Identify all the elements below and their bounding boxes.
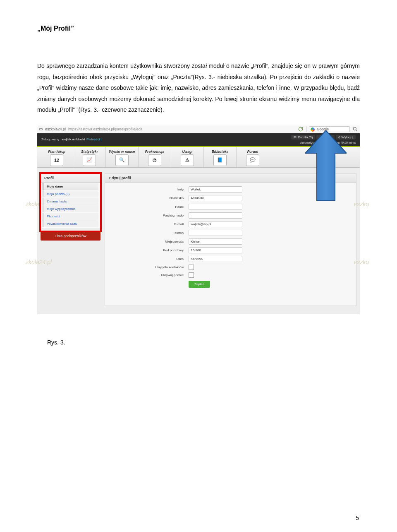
- nav-item[interactable]: Wyniki w nauce🔍: [106, 147, 139, 167]
- text-input[interactable]: Kielce: [189, 238, 242, 245]
- logout-icon: ⎋: [338, 135, 340, 139]
- field-label: Imię: [109, 188, 189, 191]
- tab-icon: ▭: [39, 127, 43, 131]
- profile-button[interactable]: 👤Profil: [316, 135, 334, 140]
- nav-strip: Plan lekcji12Statystyki📈Wyniki w nauce🔍F…: [37, 147, 360, 168]
- figure-caption: Rys. 3.: [47, 339, 360, 346]
- svg-line-1: [356, 130, 357, 131]
- field-label: Ukrywaj pomoc: [109, 273, 189, 277]
- sidebar-head: Profil: [41, 173, 100, 183]
- main-panel: Edytuj profil ImięWojtekNazwiskoAćibińsk…: [105, 173, 356, 306]
- text-input[interactable]: wojtek@wp.pl: [189, 221, 242, 227]
- form-row: Ukrywaj pomoc: [109, 271, 352, 279]
- form-row: ImięWojtek: [109, 185, 352, 194]
- logged-label: Zalogowany:: [41, 137, 60, 141]
- mail-button[interactable]: ✉Poczta (3): [291, 135, 315, 140]
- field-label: Nazwisko: [109, 196, 189, 200]
- field-label: E-mail: [109, 222, 189, 226]
- text-input[interactable]: Karłowa: [189, 256, 242, 262]
- nav-icon: 🔍: [115, 154, 129, 166]
- sidebar-list: Moje daneMoja poczta (3)Zmiana hasłaMoje…: [41, 183, 100, 228]
- reload-icon[interactable]: [298, 126, 304, 132]
- body-paragraph: Do sprawnego zarządzania kontem użytkown…: [37, 60, 360, 116]
- text-input[interactable]: [189, 204, 242, 210]
- page-number: 5: [356, 515, 359, 521]
- main-head: Edytuj profil: [105, 174, 356, 183]
- text-input[interactable]: Aćibiński: [189, 195, 242, 201]
- search-box[interactable]: Google: [309, 126, 350, 132]
- checkbox[interactable]: [189, 265, 194, 270]
- checkbox[interactable]: [189, 272, 194, 278]
- field-label: Kod pocztowy: [109, 248, 189, 252]
- form-row: MiejscowośćKielce: [109, 237, 352, 246]
- browser-url-bar: ▭ eszkola24.pl https://testowa.eszkola24…: [37, 125, 360, 133]
- logged-role[interactable]: Płatności |: [86, 137, 102, 141]
- sidebar-item[interactable]: Powiadomienia SMS: [43, 220, 98, 227]
- logout-button[interactable]: ⎋Wyloguj: [336, 135, 356, 140]
- text-input[interactable]: Wojtek: [189, 186, 242, 193]
- sidebar-item[interactable]: Moja poczta (3): [43, 190, 98, 197]
- form-row: Ukryj dla kontaktów: [109, 263, 352, 271]
- form-row: NazwiskoAćibiński: [109, 194, 352, 202]
- sidebar-item[interactable]: Płatności: [43, 213, 98, 220]
- nav-icon: ◔: [148, 154, 161, 166]
- text-input[interactable]: [189, 212, 242, 219]
- sidebar: Profil Moje daneMoja poczta (3)Zmiana ha…: [41, 173, 100, 306]
- sidebar-item[interactable]: Moje dane: [43, 183, 98, 190]
- form-row: E-mailwojtek@wp.pl: [109, 220, 352, 229]
- field-label: Ukryj dla kontaktów: [109, 265, 189, 269]
- nav-item[interactable]: Biblioteka📘: [204, 147, 237, 167]
- nav-item[interactable]: Plan lekcji12: [41, 147, 73, 167]
- form-row: Kod pocztowy25-900: [109, 246, 352, 255]
- svg-point-0: [353, 127, 356, 130]
- content-area: zkola24.pl zkola24.pl eszko eszko Profil…: [37, 168, 360, 314]
- field-label: Telefon: [109, 231, 189, 235]
- nav-item[interactable]: Forum💬: [237, 147, 269, 167]
- form-row: UlicaKarłowa: [109, 255, 352, 263]
- nav-item[interactable]: Uwagi⚠: [171, 147, 204, 167]
- envelope-icon: ✉: [294, 135, 297, 139]
- nav-icon: 📘: [213, 154, 227, 166]
- user-icon: 👤: [319, 135, 323, 139]
- form-row: Hasło: [109, 202, 352, 211]
- nav-item[interactable]: Frekwencja◔: [139, 147, 171, 167]
- nav-icon: 📈: [83, 154, 96, 166]
- nav-icon: ⚠: [181, 154, 194, 166]
- logged-user: wojtek.acibinski: [62, 137, 85, 141]
- site-label: eszkola24.pl: [45, 127, 66, 131]
- form-row: Powtórz hasło: [109, 211, 352, 220]
- sidebar-item[interactable]: Moje wypożyczenia: [43, 205, 98, 212]
- textbooks-button[interactable]: Lista podręczników: [41, 231, 100, 241]
- sidebar-item[interactable]: Zmiana hasła: [43, 198, 98, 205]
- autologout-text: Automatyczne wylogowanie za 49:50 minut: [300, 141, 356, 144]
- text-input[interactable]: [189, 230, 242, 236]
- nav-icon: 💬: [246, 154, 259, 166]
- field-label: Hasło: [109, 205, 189, 209]
- screenshot: ▭ eszkola24.pl https://testowa.eszkola24…: [37, 125, 360, 314]
- field-label: Powtórz hasło: [109, 214, 189, 217]
- nav-item[interactable]: Statystyki📈: [73, 147, 106, 167]
- form-row: Telefon: [109, 229, 352, 237]
- save-button[interactable]: Zapisz: [189, 281, 210, 288]
- search-icon[interactable]: [352, 126, 358, 132]
- url-text: https://testowa.eszkola24.pl/panel/profi…: [68, 127, 295, 131]
- section-title: „Mój Profil”: [37, 25, 360, 32]
- field-label: Miejscowość: [109, 240, 189, 243]
- nav-icon: 12: [50, 154, 63, 166]
- top-dark-bar: Zalogowany: wojtek.acibinski Płatności |…: [37, 133, 360, 146]
- profile-form: ImięWojtekNazwiskoAćibińskiHasłoPowtórz …: [105, 183, 356, 292]
- text-input[interactable]: 25-900: [189, 247, 242, 253]
- field-label: Ulica: [109, 257, 189, 261]
